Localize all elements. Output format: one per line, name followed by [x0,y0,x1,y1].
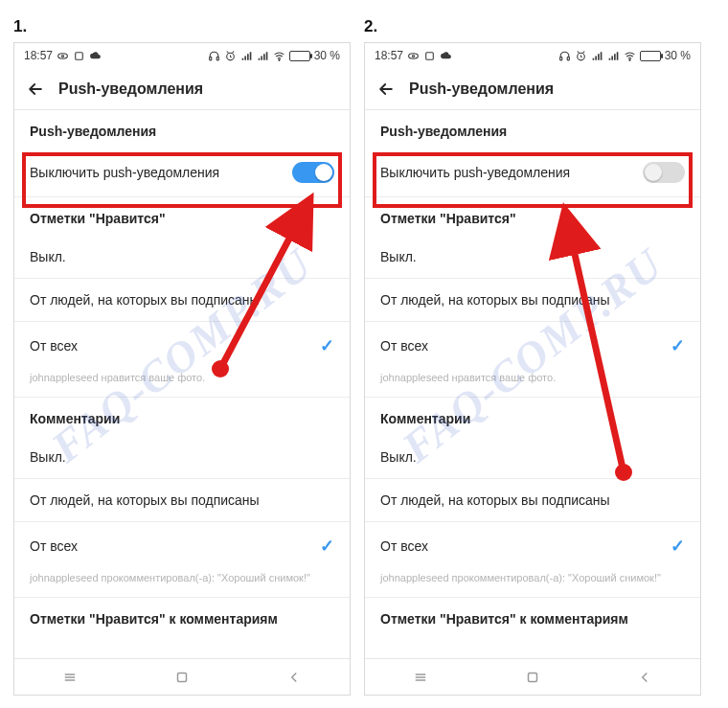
toggle-row-disable-push[interactable]: Выключить push-уведомления [365,148,700,197]
svg-point-14 [409,53,419,57]
svg-point-0 [58,53,68,57]
svg-rect-4 [216,57,218,59]
svg-point-6 [279,59,280,60]
battery-pct: 30 % [665,49,691,62]
svg-point-1 [61,55,63,57]
headphones-icon [558,50,571,62]
push-toggle[interactable] [643,162,685,183]
nav-home-icon[interactable] [173,669,191,686]
android-nav-bar [365,658,700,695]
section-likes-title: Отметки "Нравится" [14,197,350,236]
check-icon: ✓ [671,335,685,356]
check-icon: ✓ [320,335,334,356]
section-likes-on-comments-title: Отметки "Нравится" к комментариям [365,598,700,636]
comments-opt-off[interactable]: Выкл. [14,436,350,479]
appbar-title: Push-уведомления [58,80,203,98]
alarm-icon [575,50,587,62]
toggle-label: Выключить push-уведомления [380,165,570,180]
app-bar: Push-уведомления [365,68,700,110]
svg-point-20 [629,59,630,60]
svg-rect-2 [76,52,83,59]
app-bar: Push-уведомления [14,68,350,110]
likes-opt-following[interactable]: От людей, на которых вы подписаны [14,279,350,322]
section-likes-title: Отметки "Нравится" [365,197,700,236]
cloud-icon [89,50,102,62]
svg-rect-3 [209,57,211,59]
step-label-2: 2. [364,17,701,36]
signal-icon-1 [591,50,603,62]
check-icon: ✓ [671,536,685,557]
section-comments-title: Комментарии [365,398,700,436]
status-bar: 18:57 [14,43,350,68]
battery-icon [289,51,310,61]
svg-rect-18 [567,57,569,59]
nav-recent-icon[interactable] [412,669,429,686]
signal-icon-2 [607,50,620,62]
nav-back-icon[interactable] [285,669,303,686]
signal-icon-2 [257,50,269,62]
comments-helper: johnappleseed прокомментировал(-а): "Хор… [365,570,700,598]
cloud-icon [440,50,452,62]
likes-opt-off[interactable]: Выкл. [365,236,700,279]
section-likes-on-comments-title: Отметки "Нравится" к комментариям [14,598,350,636]
step-label-1: 1. [13,17,351,36]
toggle-label: Выключить push-уведомления [30,165,219,180]
likes-opt-everyone[interactable]: От всех ✓ [14,322,350,370]
status-time: 18:57 [375,49,403,62]
wifi-icon [273,50,285,62]
eye-icon [57,50,69,62]
phone-screen-1: FAQ-COMP.RU 18:57 [13,42,351,696]
eye-icon [407,50,420,62]
svg-rect-24 [528,673,536,681]
square-icon [73,50,85,62]
section-push-title: Push-уведомления [14,110,350,148]
status-time: 18:57 [24,49,53,62]
likes-opt-off[interactable]: Выкл. [14,236,350,279]
appbar-title: Push-уведомления [409,80,554,98]
comments-opt-everyone[interactable]: От всех ✓ [365,522,700,570]
nav-recent-icon[interactable] [61,669,79,686]
step-2-container: 2. FAQ-COMP.RU 18:57 30 % [364,17,701,696]
svg-rect-10 [177,673,186,681]
headphones-icon [208,50,220,62]
signal-icon-1 [240,50,253,62]
android-nav-bar [14,658,350,695]
comments-opt-following[interactable]: От людей, на которых вы подписаны [365,479,700,522]
comments-opt-following[interactable]: От людей, на которых вы подписаны [14,479,350,522]
check-icon: ✓ [320,536,334,557]
likes-opt-following[interactable]: От людей, на которых вы подписаны [365,279,700,322]
section-push-title: Push-уведомления [365,110,700,148]
settings-content: Push-уведомления Выключить push-уведомле… [365,110,700,658]
likes-helper: johnappleseed нравится ваше фото. [14,370,350,398]
battery-icon [640,51,661,61]
svg-point-15 [412,55,414,57]
back-button[interactable] [26,80,45,99]
settings-content: Push-уведомления Выключить push-уведомле… [14,110,350,658]
toggle-row-disable-push[interactable]: Выключить push-уведомления [14,148,350,197]
likes-opt-everyone[interactable]: От всех ✓ [365,322,700,370]
square-icon [423,50,436,62]
battery-pct: 30 % [314,49,340,62]
comments-opt-off[interactable]: Выкл. [365,436,700,479]
status-bar: 18:57 30 % [365,43,700,68]
likes-helper: johnappleseed нравится ваше фото. [365,370,700,398]
push-toggle[interactable] [292,162,334,183]
comments-helper: johnappleseed прокомментировал(-а): "Хор… [14,570,350,598]
nav-back-icon[interactable] [636,669,653,686]
section-comments-title: Комментарии [14,398,350,436]
back-button[interactable] [376,80,396,99]
phone-screen-2: FAQ-COMP.RU 18:57 30 % [364,42,701,696]
nav-home-icon[interactable] [524,669,541,686]
wifi-icon [624,50,636,62]
svg-rect-16 [426,52,434,59]
svg-rect-17 [559,57,561,59]
alarm-icon [224,50,237,62]
step-1-container: 1. FAQ-COMP.RU 18:57 [13,17,351,696]
comments-opt-everyone[interactable]: От всех ✓ [14,522,350,570]
